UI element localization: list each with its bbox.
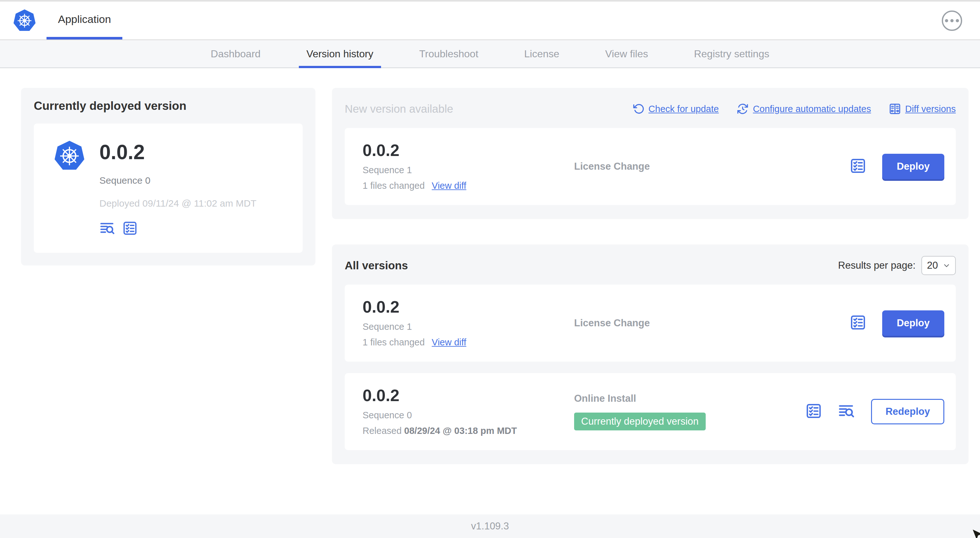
checklist-icon[interactable] (805, 403, 822, 421)
redeploy-button[interactable]: Redeploy (871, 399, 944, 424)
version-source: License Change (574, 161, 850, 172)
tab-registry-settings[interactable]: Registry settings (671, 40, 792, 68)
tab-troubleshoot[interactable]: Troubleshoot (396, 40, 501, 68)
tab-dashboard[interactable]: Dashboard (188, 40, 283, 68)
logs-icon[interactable] (838, 402, 855, 421)
kubernetes-app-icon (53, 140, 86, 236)
main-content: Currently deployed version (0, 68, 980, 514)
current-deployed-timestamp: Deployed 09/11/24 @ 11:02 am MDT (99, 198, 256, 209)
released-timestamp: Released 08/29/24 @ 03:18 pm MDT (363, 425, 560, 436)
refresh-icon (633, 103, 644, 114)
panel-gap (332, 219, 969, 244)
mouse-cursor (971, 528, 980, 538)
diff-versions-link[interactable]: Diff versions (889, 103, 956, 115)
version-source: Online Install (574, 393, 805, 404)
files-changed: 1 files changed (363, 181, 425, 191)
all-versions-title: All versions (345, 259, 408, 272)
currently-deployed-badge: Currently deployed version (574, 413, 706, 430)
checklist-icon[interactable] (123, 221, 138, 236)
check-for-update-link[interactable]: Check for update (633, 103, 719, 114)
version-source: License Change (574, 317, 850, 329)
auto-update-icon (737, 103, 749, 115)
configure-automatic-updates-link[interactable]: Configure automatic updates (737, 103, 871, 115)
ellipsis-icon[interactable] (942, 11, 962, 31)
current-sequence: Sequence 0 (99, 175, 256, 186)
tab-license[interactable]: License (501, 40, 582, 68)
new-version-panel: New version available Check for update (332, 88, 969, 219)
diff-icon (889, 103, 901, 115)
all-versions-panel: All versions Results per page: 20 0.0.2 … (332, 244, 969, 464)
new-version-row: 0.0.2 Sequence 1 1 files changed View di… (345, 128, 956, 205)
deploy-button[interactable]: Deploy (882, 154, 944, 179)
version-row-sequence-0: 0.0.2 Sequence 0 Released 08/29/24 @ 03:… (345, 373, 956, 450)
version-number: 0.0.2 (363, 387, 560, 404)
results-per-page-select[interactable]: 20 (921, 256, 956, 275)
current-version-number: 0.0.2 (99, 142, 256, 162)
currently-deployed-version-card: 0.0.2 Sequence 0 Deployed 09/11/24 @ 11:… (34, 124, 303, 253)
checklist-icon[interactable] (850, 314, 866, 332)
version-number: 0.0.2 (363, 142, 560, 159)
version-number: 0.0.2 (363, 298, 560, 315)
tab-version-history[interactable]: Version history (283, 40, 396, 68)
app-logo (12, 2, 37, 40)
currently-deployed-title: Currently deployed version (34, 99, 303, 113)
kubernetes-logo-icon (12, 9, 37, 32)
app-title: Application (58, 13, 111, 25)
checklist-icon[interactable] (850, 157, 866, 175)
app-footer: v1.109.3 (0, 514, 980, 538)
app-header: Application (0, 0, 980, 40)
version-sequence: Sequence 1 (363, 322, 560, 332)
logs-icon[interactable] (99, 220, 115, 236)
view-diff-link[interactable]: View diff (432, 181, 466, 191)
tab-view-files[interactable]: View files (582, 40, 671, 68)
deploy-button[interactable]: Deploy (882, 310, 944, 336)
new-version-title: New version available (345, 103, 453, 115)
version-row-sequence-1: 0.0.2 Sequence 1 1 files changed View di… (345, 285, 956, 362)
subnav: Dashboard Version history Troubleshoot L… (0, 40, 980, 68)
version-sequence: Sequence 0 (363, 410, 560, 421)
view-diff-link[interactable]: View diff (432, 337, 466, 348)
chevron-down-icon (943, 262, 950, 269)
console-version: v1.109.3 (471, 521, 509, 532)
files-changed: 1 files changed (363, 337, 425, 348)
results-per-page-label: Results per page: (838, 260, 916, 271)
version-sequence: Sequence 1 (363, 165, 560, 175)
app-title-tab[interactable]: Application (46, 2, 123, 40)
currently-deployed-card: Currently deployed version (21, 88, 315, 265)
